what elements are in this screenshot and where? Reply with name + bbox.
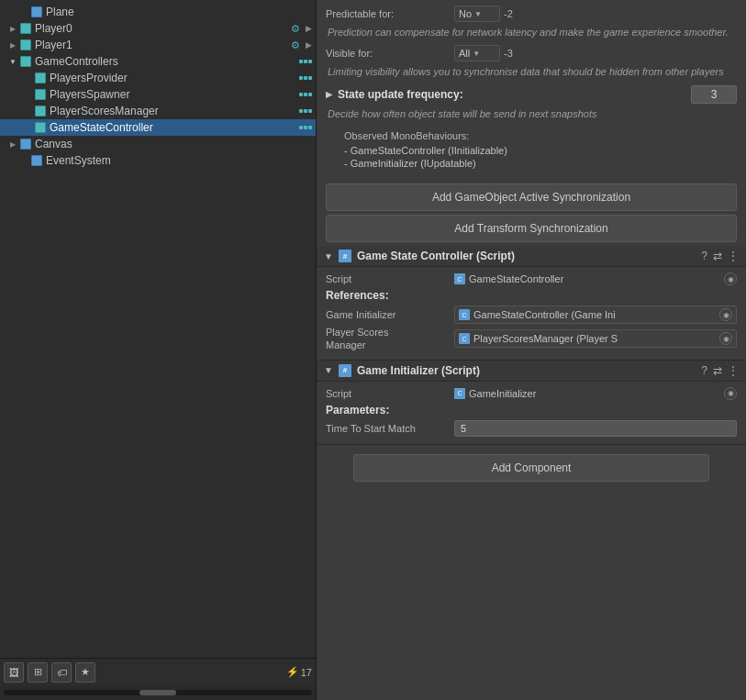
add-component-button[interactable]: Add Component [353, 454, 709, 482]
settings-icon-playersspawner [299, 88, 312, 101]
game-state-script-name: GameStateController [469, 273, 563, 284]
visible-dropdown-arrow: ▼ [473, 50, 480, 58]
game-state-menu-btn[interactable]: ⋮ [728, 250, 739, 262]
tree-item-eventsystem[interactable]: EventSystem [0, 152, 316, 169]
settings-icon-playerscoresmanager [299, 105, 312, 117]
predictable-label: Predictable for: [326, 8, 454, 19]
visible-number: -3 [504, 48, 513, 59]
predictable-hint: Prediction can compensate for network la… [326, 26, 737, 39]
predictable-dropdown-value: No [459, 8, 472, 19]
game-initializer-ref-value: GameStateController (Game Ini [473, 309, 716, 320]
tree-item-plane[interactable]: Plane [0, 4, 316, 20]
time-to-start-input[interactable] [454, 420, 737, 437]
hierarchy-tree: Plane ▶ Player0 ⚙ ▶ ▶ Player1 ⚙ ▶ [0, 0, 316, 658]
game-state-header-actions: ? ⇄ ⋮ [701, 250, 739, 262]
game-init-help-btn[interactable]: ? [701, 364, 707, 377]
player-scores-file-icon: C [459, 333, 470, 344]
cube-icon-playerscoresmanager [33, 105, 48, 117]
game-init-script-content: Script C GameInitializer ◉ Parameters: T… [317, 382, 746, 444]
tree-label-eventsystem: EventSystem [46, 154, 111, 167]
game-state-settings-btn[interactable]: ⇄ [713, 250, 722, 262]
tree-item-gamestatecontroller[interactable]: GameStateController [0, 119, 316, 136]
tree-label-gamecontrollers: GameControllers [35, 55, 118, 68]
cube-icon-gamecontrollers [18, 55, 33, 68]
game-init-collapse-arrow[interactable]: ▼ [324, 365, 333, 375]
state-freq-hint: Decide how often object state will be se… [326, 107, 737, 121]
refs-label: References: [326, 289, 737, 302]
game-state-collapse-arrow[interactable]: ▼ [324, 251, 333, 261]
player-scores-select-btn[interactable]: ◉ [719, 332, 732, 345]
toolbar-btn-star[interactable]: ★ [75, 662, 95, 683]
game-state-script-label: Script [326, 273, 454, 284]
tree-item-playersprovider[interactable]: PlayersProvider [0, 70, 316, 86]
tree-label-canvas: Canvas [35, 138, 72, 150]
game-state-script-select-btn[interactable]: ◉ [724, 272, 737, 285]
cube-icon-eventsystem [29, 154, 44, 167]
state-freq-row: ▶ State update frequency: [326, 85, 737, 104]
tree-arrow-playersprovider [22, 72, 33, 83]
tree-arrow-player0: ▶ [7, 23, 18, 34]
horizontal-scrollbar[interactable] [0, 685, 316, 700]
add-gameobject-sync-button[interactable]: Add GameObject Active Synchronization [326, 183, 737, 211]
visible-dropdown-value: All [459, 48, 470, 59]
toolbar-btn-layers[interactable]: ⊞ [28, 662, 48, 683]
tree-arrow-canvas: ▶ [7, 139, 18, 150]
player-scores-ref-label: Player ScoresManager [326, 326, 454, 352]
game-init-menu-btn[interactable]: ⋮ [728, 364, 739, 377]
arrow-icon-player0: ▶ [306, 24, 312, 33]
tree-item-playerscoresmanager[interactable]: PlayerScoresManager [0, 103, 316, 119]
visible-value-container: All ▼ -3 [454, 45, 737, 61]
game-initializer-file-icon: C [459, 309, 470, 320]
game-init-script-value-container: C GameInitializer ◉ [454, 387, 737, 400]
time-to-start-row: Time To Start Match [326, 420, 737, 437]
tree-item-canvas[interactable]: ▶ Canvas [0, 136, 316, 152]
game-state-script-header: ▼ # Game State Controller (Script) ? ⇄ ⋮ [317, 246, 746, 267]
cube-icon-player0 [18, 22, 33, 35]
tree-label-playerscoresmanager: PlayerScoresManager [50, 105, 159, 117]
cube-icon-plane [29, 6, 44, 18]
time-to-start-label: Time To Start Match [326, 423, 454, 434]
predictable-row: Predictable for: No ▼ -2 [326, 6, 737, 22]
arrow-icon-player1: ▶ [306, 40, 312, 50]
player-scores-ref-value-container: C PlayerScoresManager (Player S ◉ [454, 329, 737, 348]
game-state-help-btn[interactable]: ? [701, 250, 707, 262]
tree-item-playersspawner[interactable]: PlayersSpawner [0, 86, 316, 103]
predictable-dropdown-arrow: ▼ [474, 10, 482, 18]
game-initializer-ref-row: Game Initializer C GameStateController (… [326, 306, 737, 324]
tree-arrow-playerscoresmanager [22, 106, 33, 117]
game-init-script-select-btn[interactable]: ◉ [724, 387, 737, 400]
settings-icon-gamestatecontroller [299, 121, 312, 134]
triangle-icon: ▶ [326, 90, 332, 99]
visible-dropdown[interactable]: All ▼ [454, 45, 500, 61]
visible-hint: Limiting visibility allows you to synchr… [326, 65, 737, 79]
game-state-header-title: Game State Controller (Script) [357, 250, 696, 262]
hierarchy-panel: Plane ▶ Player0 ⚙ ▶ ▶ Player1 ⚙ ▶ [0, 0, 317, 700]
tree-item-player0[interactable]: ▶ Player0 ⚙ ▶ [0, 20, 316, 37]
predictable-dropdown[interactable]: No ▼ [454, 6, 500, 22]
tree-arrow-gamestatecontroller [22, 122, 33, 133]
game-init-script-name: GameInitializer [469, 388, 536, 399]
cube-icon-player1 [18, 39, 33, 51]
toolbar-btn-tag[interactable]: 🏷 [51, 662, 72, 683]
game-state-script-value-container: C GameStateController ◉ [454, 272, 737, 285]
visible-row: Visible for: All ▼ -3 [326, 45, 737, 61]
count-icon: ⚡ [286, 666, 299, 678]
tree-label-gamestatecontroller: GameStateController [50, 121, 153, 134]
top-section: Predictable for: No ▼ -2 Prediction can … [317, 0, 746, 180]
tree-arrow-gamecontrollers: ▼ [7, 56, 18, 67]
toolbar-btn-image[interactable]: 🖼 [4, 662, 24, 683]
game-init-header-title: Game Initializer (Script) [357, 364, 696, 377]
game-init-script-label: Script [326, 388, 454, 399]
settings-icon-gamecontrollers [299, 55, 312, 68]
state-freq-input[interactable] [691, 85, 737, 104]
game-init-settings-btn[interactable]: ⇄ [713, 364, 722, 377]
tree-arrow-eventsystem [18, 155, 29, 166]
tree-item-gamecontrollers[interactable]: ▼ GameControllers [0, 53, 316, 70]
predictable-number: -2 [504, 8, 513, 19]
tree-item-player1[interactable]: ▶ Player1 ⚙ ▶ [0, 37, 316, 53]
game-initializer-select-btn[interactable]: ◉ [719, 308, 732, 321]
settings-icon-player1: ⚙ [289, 39, 302, 51]
add-transform-sync-button[interactable]: Add Transform Synchronization [326, 215, 737, 242]
cube-icon-playersspawner [33, 88, 48, 101]
scroll-track [4, 690, 312, 695]
